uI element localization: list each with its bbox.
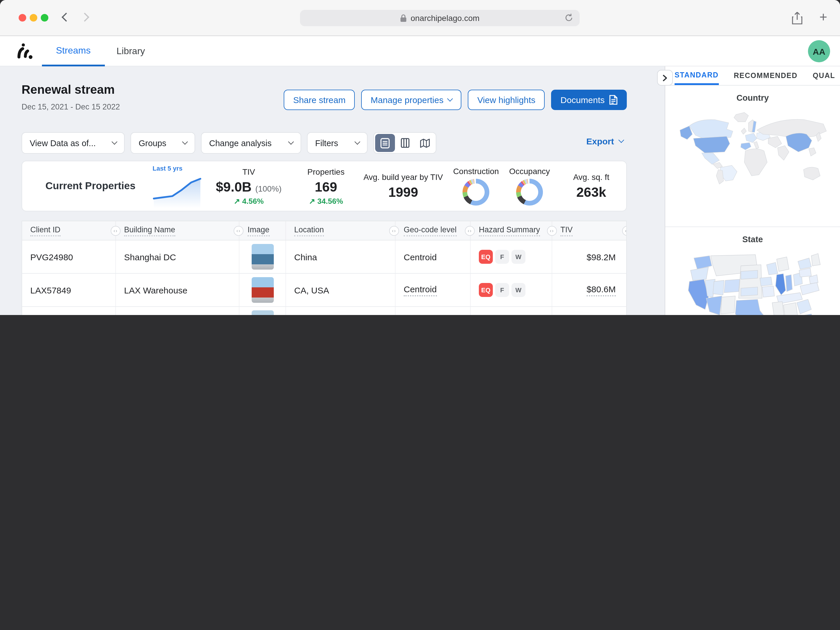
avatar-initials: AA (813, 46, 825, 56)
column-resize-handle[interactable]: ‹› (234, 226, 243, 236)
table-header: Client ID Building Name Image Location G… (22, 221, 626, 241)
cell-location: CA, USA (286, 274, 396, 306)
tab-recommended-label: RECOMMENDED (734, 72, 797, 80)
table-body: PVG24980Shanghai DCChinaCentroidEQFW$98.… (22, 241, 626, 315)
toolbar: View Data as of... Groups Change analysi… (22, 132, 436, 154)
tab-quality[interactable]: QUAL (813, 66, 835, 85)
col-building-name[interactable]: Building Name (116, 221, 239, 240)
export-dropdown[interactable]: Export (586, 136, 623, 146)
cell-image (239, 307, 286, 315)
chevron-down-icon (182, 139, 188, 145)
col-tiv[interactable]: TIV (552, 221, 627, 240)
sparkline-label: Last 5 yrs (153, 164, 183, 172)
col-image[interactable]: Image (239, 221, 286, 240)
columns-view-button[interactable] (395, 134, 415, 152)
browser-back-button[interactable] (62, 13, 71, 22)
view-highlights-button[interactable]: View highlights (468, 90, 545, 110)
state-section: State (665, 227, 840, 315)
window-zoom-button[interactable] (41, 14, 48, 22)
tab-library-label: Library (117, 46, 145, 57)
column-resize-handle[interactable]: ‹› (465, 226, 475, 236)
tiv-value: $80.6M (587, 284, 616, 296)
chevron-down-icon (354, 139, 360, 145)
avatar[interactable]: AA (808, 40, 830, 62)
hazard-badge-f: F (495, 283, 509, 297)
reload-icon[interactable] (564, 13, 574, 23)
manage-properties-label: Manage properties (371, 95, 444, 105)
properties-delta: ↗ 34.56% (309, 197, 343, 205)
col-client-id[interactable]: Client ID (22, 221, 116, 240)
view-data-as-of-dropdown[interactable]: View Data as of... (22, 132, 125, 154)
page-title: Renewal stream (22, 83, 115, 97)
table-row[interactable]: PVG24980Shanghai DCChinaCentroidEQFW$98.… (22, 241, 626, 274)
new-tab-icon[interactable]: + (819, 9, 827, 25)
property-photo (251, 277, 273, 303)
window-close-button[interactable] (19, 14, 26, 22)
cell-image (239, 241, 286, 273)
browser-chrome: onarchipelago.com + (0, 0, 840, 36)
country-choropleth-map[interactable] (674, 108, 831, 185)
country-title: Country (665, 86, 840, 102)
url-text: onarchipelago.com (411, 13, 480, 23)
map-view-icon (420, 138, 429, 148)
tab-standard[interactable]: STANDARD (674, 66, 718, 85)
export-label: Export (586, 136, 614, 146)
date-range: Dec 15, 2021 - Dec 15 2022 (22, 102, 120, 111)
tab-streams[interactable]: Streams (42, 36, 104, 66)
properties-value: 169 (315, 179, 337, 195)
cell-image (239, 274, 286, 306)
table-row[interactable]: LAX57849LAX WarehouseCA, USACentroidEQFW… (22, 274, 626, 307)
col-geo-code-level[interactable]: Geo-code level (396, 221, 471, 240)
insights-sidebar: STANDARD RECOMMENDED QUAL Country (665, 66, 840, 315)
address-bar[interactable]: onarchipelago.com (300, 10, 579, 26)
share-icon[interactable] (792, 12, 803, 25)
column-resize-handle[interactable]: ‹› (547, 226, 557, 236)
col-hazard-summary[interactable]: Hazard Summary (471, 221, 552, 240)
tiv-value: $98.2M (587, 252, 616, 262)
documents-button[interactable]: Documents (551, 90, 627, 110)
share-stream-button[interactable]: Share stream (284, 90, 355, 110)
table-row[interactable]: ORD70238Chicago WarehouseIL, USACentroid… (22, 307, 626, 315)
column-resize-handle[interactable]: ‹› (111, 226, 121, 236)
window-minimize-button[interactable] (30, 14, 37, 22)
view-highlights-label: View highlights (477, 95, 535, 105)
sidebar-collapse-button[interactable] (657, 70, 673, 86)
columns-view-icon (401, 138, 409, 148)
tab-library[interactable]: Library (103, 36, 159, 66)
column-resize-handle[interactable]: ‹› (389, 226, 399, 236)
sqft-value: 263k (576, 184, 606, 200)
cell-hazard-summary: EQFW (471, 274, 552, 306)
hazard-badge-eq: EQ (479, 283, 493, 297)
cell-location: China (286, 241, 396, 273)
cell-client-id: ORD70238 (22, 307, 116, 315)
property-photo (251, 244, 273, 269)
tab-standard-label: STANDARD (674, 71, 718, 79)
map-view-button[interactable] (415, 134, 434, 152)
cell-geo-code: Centroid (396, 241, 471, 273)
archipelago-logo[interactable] (16, 43, 34, 59)
state-choropleth-map[interactable] (683, 249, 823, 315)
properties-label: Properties (307, 167, 344, 176)
properties-table: Client ID Building Name Image Location G… (22, 220, 627, 315)
document-icon (609, 95, 617, 105)
metric-build-year: Avg. build year by TIV 1999 (357, 172, 449, 200)
manage-properties-button[interactable]: Manage properties (362, 90, 462, 110)
tab-recommended[interactable]: RECOMMENDED (734, 66, 797, 85)
metric-construction: Construction (449, 167, 503, 206)
stats-card: Current Properties Last 5 yrs TIV $9.0B … (22, 161, 627, 211)
cell-tiv: $98.2M (552, 241, 627, 273)
cell-tiv: $80.6M (552, 274, 627, 306)
filters-dropdown[interactable]: Filters (307, 132, 368, 154)
build-year-value: 1999 (388, 184, 418, 200)
app-navbar: Streams Library AA (0, 36, 840, 66)
stats-heading: Current Properties (46, 180, 152, 192)
table-view-button[interactable] (375, 134, 395, 152)
geo-code-value: Centroid (404, 252, 437, 262)
groups-dropdown[interactable]: Groups (131, 132, 195, 154)
browser-forward-button[interactable] (80, 13, 89, 22)
state-title: State (665, 227, 840, 244)
hazard-badge-f: F (495, 250, 509, 264)
chevron-down-icon (618, 137, 624, 143)
change-analysis-dropdown[interactable]: Change analysis (201, 132, 301, 154)
col-location[interactable]: Location (286, 221, 396, 240)
